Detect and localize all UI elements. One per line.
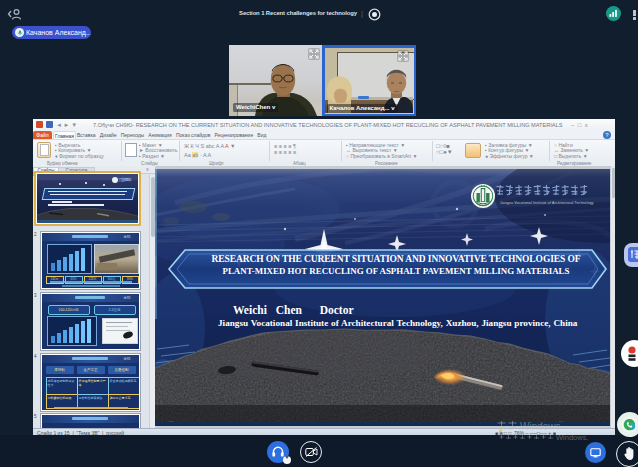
svg-text:Windows.: Windows. (556, 433, 589, 442)
svg-text:Windows: Windows (520, 421, 561, 432)
